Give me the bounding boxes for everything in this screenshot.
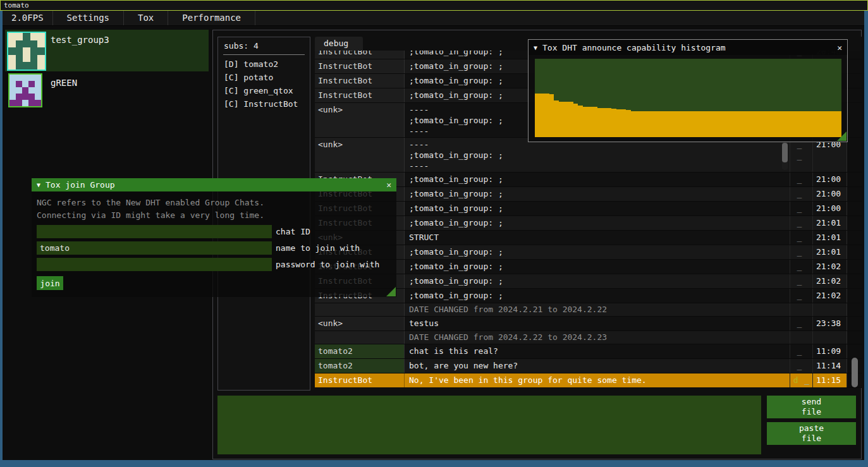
window-frame-right xyxy=(864,11,868,460)
dht-histogram-titlebar[interactable]: ▼ Tox DHT announce capability histogram … xyxy=(529,40,847,55)
histogram-bar xyxy=(621,109,626,137)
message-time: 21:01 xyxy=(813,216,847,230)
paste-file-button[interactable]: paste file xyxy=(767,422,856,445)
histogram-bar xyxy=(769,111,774,137)
join-button[interactable]: join xyxy=(37,276,63,290)
chat-message-row[interactable]: tomato2 chat is this real? _ _ 11:09 xyxy=(315,344,862,359)
histogram-bar xyxy=(587,107,592,137)
message-text: ;tomato_in_group: ; xyxy=(405,260,790,274)
chat-message-row[interactable]: InstructBot ;tomato_in_group: ; _ _ 21:0… xyxy=(315,289,862,303)
name-to-join-with-input[interactable] xyxy=(37,241,272,255)
chat-scrollbar-thumb[interactable] xyxy=(852,358,858,387)
chat-message-row[interactable]: InstructBot ;tomato_in_group: ; _ _ 21:0… xyxy=(315,245,862,260)
message-input[interactable] xyxy=(217,396,761,454)
group-list-item-test_group3[interactable]: test_group3 xyxy=(5,30,209,71)
tab-debug[interactable]: debug xyxy=(315,37,363,51)
chat-message-row[interactable]: <unk> ---- ;tomato_in_group: ; ---- _ _ … xyxy=(315,138,862,173)
close-icon[interactable]: ✕ xyxy=(837,43,842,52)
chat-message-row[interactable]: DATE CHANGED from 2024.2.21 to 2024.2.22 xyxy=(315,303,862,317)
scrollbar-gutter xyxy=(847,138,862,172)
chat-message-row[interactable]: InstructBot ;tomato_in_group: ; _ _ 21:0… xyxy=(315,274,862,289)
message-flags: _ _ xyxy=(790,289,813,303)
histogram-bar xyxy=(669,111,674,137)
resize-grip-icon[interactable] xyxy=(386,287,396,296)
scrollbar-gutter xyxy=(847,187,862,201)
menu-item-2-0fps: 2.0FPS xyxy=(3,11,53,25)
dialog-field-row: chat ID xyxy=(37,225,396,238)
group-list-item-gREEN[interactable]: gREEN xyxy=(5,73,209,109)
histogram-bar xyxy=(549,94,554,137)
message-author: InstructBot xyxy=(315,88,405,102)
menu-item-tox[interactable]: Tox xyxy=(124,11,168,25)
chat-message-row[interactable]: <unk> testus _ _ 23:38 xyxy=(315,317,862,331)
chat-message-row[interactable]: InstructBot ;tomato_in_group: ; _ _ 21:0… xyxy=(315,173,862,187)
chat-message-row[interactable]: DATE CHANGED from 2024.2.22 to 2024.2.23 xyxy=(315,331,862,344)
message-author: InstructBot xyxy=(315,51,405,59)
window-frame-left xyxy=(0,11,3,460)
message-time xyxy=(813,303,847,316)
scrollbar-gutter xyxy=(847,245,862,259)
message-time: 11:14 xyxy=(813,359,847,373)
histogram-bar xyxy=(664,111,669,137)
message-text: ;tomato_in_group: ; xyxy=(405,274,790,288)
message-text: ;tomato_in_group: ; xyxy=(405,202,790,215)
group-name: gREEN xyxy=(51,78,77,88)
scrollbar-gutter xyxy=(847,231,862,245)
menu-item-settings[interactable]: Settings xyxy=(53,11,124,25)
chat-message-row[interactable]: InstructBot ;tomato_in_group: ; _ _ 21:0… xyxy=(315,187,862,202)
chat-message-row[interactable]: <unk> STRUCT _ _ 21:01 xyxy=(315,231,862,245)
message-text: ;tomato_in_group: ; xyxy=(405,187,790,201)
member-list-item[interactable]: [C] green_qtox xyxy=(218,84,310,97)
message-text: ;tomato_in_group: ; xyxy=(405,245,790,259)
member-list-item[interactable]: [C] potato xyxy=(218,71,310,84)
histogram-bar xyxy=(741,111,746,137)
scrollbar-gutter xyxy=(847,317,862,331)
menu-item-performance[interactable]: Performance xyxy=(168,11,255,25)
separator xyxy=(223,54,305,55)
collapse-arrow-icon[interactable]: ▼ xyxy=(534,44,537,51)
chat-id-input[interactable] xyxy=(37,225,272,238)
message-author: tomato2 xyxy=(315,344,405,358)
message-flags: _ _ xyxy=(790,274,813,288)
chat-message-row[interactable]: InstructBot No, I've been in this group … xyxy=(315,373,862,388)
chat-message-row[interactable]: InstructBot ;tomato_in_group: ; _ _ 21:0… xyxy=(315,202,862,216)
histogram-bar xyxy=(832,111,837,137)
menu-bar: 2.0FPSSettingsToxPerformance xyxy=(3,11,864,26)
message-time: 11:09 xyxy=(813,344,847,358)
scrollbar-gutter xyxy=(847,260,862,274)
scrollbar-gutter xyxy=(847,289,862,303)
close-icon[interactable]: ✕ xyxy=(386,180,391,190)
message-author: <unk> xyxy=(315,138,405,172)
dialog-field-row: name to join with xyxy=(37,241,396,255)
message-cell-scrollbar[interactable] xyxy=(782,141,788,170)
scrollbar-gutter xyxy=(847,274,862,288)
member-list-item[interactable]: [D] tomato2 xyxy=(218,58,310,71)
message-time: 21:01 xyxy=(813,245,847,259)
join-group-body: NGC refers to the New DHT enabled Group … xyxy=(32,191,396,297)
scrollbar-thumb[interactable] xyxy=(782,143,788,162)
chat-message-row[interactable]: tomato2 bot, are you new here? _ _ 11:14 xyxy=(315,359,862,373)
member-list: [D] tomato2[C] potato[C] green_qtox[C] I… xyxy=(218,58,310,111)
message-time: 21:02 xyxy=(813,274,847,288)
chat-message-row[interactable]: InstructBot ;tomato_in_group: ; _ _ 21:0… xyxy=(315,216,862,231)
join-group-title: Tox join Group xyxy=(46,180,115,190)
password-to-join-with-input[interactable] xyxy=(37,258,272,271)
message-time: 21:01 xyxy=(813,231,847,245)
collapse-arrow-icon[interactable]: ▼ xyxy=(37,181,40,188)
send-file-button[interactable]: send file xyxy=(767,396,856,418)
histogram-bar xyxy=(745,111,750,137)
join-group-titlebar[interactable]: ▼ Tox join Group ✕ xyxy=(32,178,396,191)
scrollbar-gutter xyxy=(847,51,862,59)
resize-grip-icon[interactable] xyxy=(837,131,847,141)
message-text: STRUCT xyxy=(405,231,790,245)
histogram-bar xyxy=(731,111,737,137)
chat-message-row[interactable]: InstructBot ;tomato_in_group: ; _ _ 21:0… xyxy=(315,260,862,274)
dht-histogram-title: Tox DHT announce capability histogram xyxy=(542,43,726,52)
histogram-bar xyxy=(602,108,607,137)
group-avatar xyxy=(8,73,42,107)
message-flags: _ _ xyxy=(790,173,813,186)
message-flags: _ _ xyxy=(790,138,813,172)
member-list-item[interactable]: [C] InstructBot xyxy=(218,97,310,111)
window-titlebar[interactable]: tomato xyxy=(0,0,868,11)
message-text: ;tomato_in_group: ; xyxy=(405,173,790,186)
